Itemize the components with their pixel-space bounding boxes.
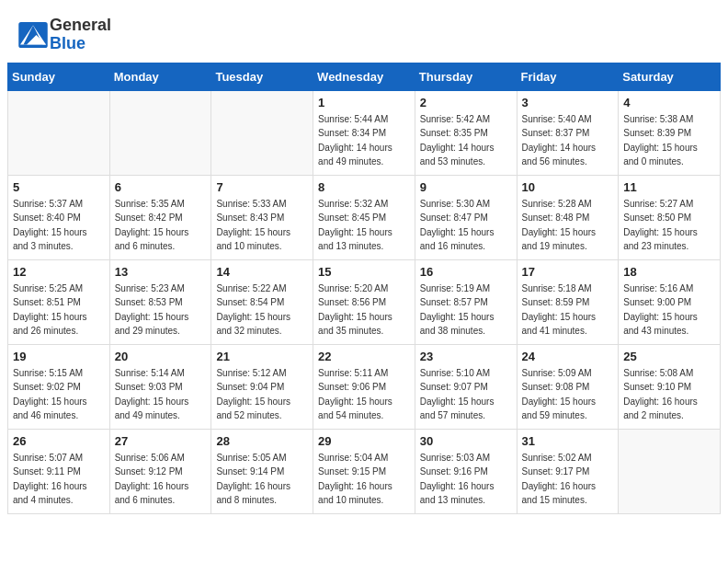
calendar-cell: 24Sunrise: 5:09 AM Sunset: 9:08 PM Dayli… xyxy=(517,344,619,429)
calendar-cell: 25Sunrise: 5:08 AM Sunset: 9:10 PM Dayli… xyxy=(619,344,721,429)
calendar-cell: 11Sunrise: 5:27 AM Sunset: 8:50 PM Dayli… xyxy=(619,175,721,259)
day-number: 31 xyxy=(522,434,614,448)
calendar-cell: 13Sunrise: 5:23 AM Sunset: 8:53 PM Dayli… xyxy=(109,259,211,344)
calendar-day-header: Monday xyxy=(109,63,211,90)
calendar-cell: 6Sunrise: 5:35 AM Sunset: 8:42 PM Daylig… xyxy=(109,175,211,259)
calendar-cell: 23Sunrise: 5:10 AM Sunset: 9:07 PM Dayli… xyxy=(415,344,517,429)
day-number: 22 xyxy=(318,350,410,363)
calendar-cell: 5Sunrise: 5:37 AM Sunset: 8:40 PM Daylig… xyxy=(8,175,110,259)
day-info: Sunrise: 5:10 AM Sunset: 9:07 PM Dayligh… xyxy=(420,366,512,423)
day-info: Sunrise: 5:40 AM Sunset: 8:37 PM Dayligh… xyxy=(522,112,614,169)
day-info: Sunrise: 5:30 AM Sunset: 8:47 PM Dayligh… xyxy=(420,197,512,254)
day-info: Sunrise: 5:37 AM Sunset: 8:40 PM Dayligh… xyxy=(13,197,105,254)
calendar-cell: 19Sunrise: 5:15 AM Sunset: 9:02 PM Dayli… xyxy=(8,344,110,429)
calendar-cell: 12Sunrise: 5:25 AM Sunset: 8:51 PM Dayli… xyxy=(8,259,110,344)
day-number: 23 xyxy=(420,350,512,363)
day-number: 2 xyxy=(420,96,512,109)
calendar-cell: 2Sunrise: 5:42 AM Sunset: 8:35 PM Daylig… xyxy=(415,90,517,175)
day-number: 1 xyxy=(318,96,410,109)
day-info: Sunrise: 5:27 AM Sunset: 8:50 PM Dayligh… xyxy=(623,197,715,254)
day-info: Sunrise: 5:08 AM Sunset: 9:10 PM Dayligh… xyxy=(623,366,715,423)
day-info: Sunrise: 5:18 AM Sunset: 8:59 PM Dayligh… xyxy=(522,282,614,339)
calendar-cell: 7Sunrise: 5:33 AM Sunset: 8:43 PM Daylig… xyxy=(211,175,313,259)
calendar-cell: 14Sunrise: 5:22 AM Sunset: 8:54 PM Dayli… xyxy=(211,259,313,344)
day-number: 19 xyxy=(13,350,105,363)
calendar-cell: 1Sunrise: 5:44 AM Sunset: 8:34 PM Daylig… xyxy=(313,90,415,175)
calendar-week-row: 19Sunrise: 5:15 AM Sunset: 9:02 PM Dayli… xyxy=(8,344,721,429)
day-number: 12 xyxy=(13,265,105,279)
calendar-header-row: SundayMondayTuesdayWednesdayThursdayFrid… xyxy=(8,63,721,90)
calendar-table: SundayMondayTuesdayWednesdayThursdayFrid… xyxy=(7,63,721,514)
calendar-cell: 3Sunrise: 5:40 AM Sunset: 8:37 PM Daylig… xyxy=(517,90,619,175)
day-number: 25 xyxy=(623,350,715,363)
day-info: Sunrise: 5:02 AM Sunset: 9:17 PM Dayligh… xyxy=(522,451,614,508)
day-info: Sunrise: 5:33 AM Sunset: 8:43 PM Dayligh… xyxy=(216,197,308,254)
calendar-cell: 17Sunrise: 5:18 AM Sunset: 8:59 PM Dayli… xyxy=(517,259,619,344)
day-number: 9 xyxy=(420,180,512,194)
calendar-cell: 29Sunrise: 5:04 AM Sunset: 9:15 PM Dayli… xyxy=(313,429,415,513)
calendar-day-header: Sunday xyxy=(8,63,110,90)
day-info: Sunrise: 5:07 AM Sunset: 9:11 PM Dayligh… xyxy=(13,451,105,508)
day-info: Sunrise: 5:06 AM Sunset: 9:12 PM Dayligh… xyxy=(115,451,207,508)
calendar-cell: 30Sunrise: 5:03 AM Sunset: 9:16 PM Dayli… xyxy=(415,429,517,513)
day-number: 20 xyxy=(115,350,207,363)
day-number: 13 xyxy=(115,265,207,279)
calendar-cell: 20Sunrise: 5:14 AM Sunset: 9:03 PM Dayli… xyxy=(109,344,211,429)
calendar-cell: 27Sunrise: 5:06 AM Sunset: 9:12 PM Dayli… xyxy=(109,429,211,513)
calendar-cell: 22Sunrise: 5:11 AM Sunset: 9:06 PM Dayli… xyxy=(313,344,415,429)
day-info: Sunrise: 5:14 AM Sunset: 9:03 PM Dayligh… xyxy=(115,366,207,423)
calendar-cell: 21Sunrise: 5:12 AM Sunset: 9:04 PM Dayli… xyxy=(211,344,313,429)
calendar-week-row: 12Sunrise: 5:25 AM Sunset: 8:51 PM Dayli… xyxy=(8,259,721,344)
day-number: 10 xyxy=(522,180,614,194)
calendar-day-header: Saturday xyxy=(619,63,721,90)
logo: General Blue xyxy=(18,17,111,53)
calendar-day-header: Tuesday xyxy=(211,63,313,90)
day-info: Sunrise: 5:42 AM Sunset: 8:35 PM Dayligh… xyxy=(420,112,512,169)
calendar-cell: 18Sunrise: 5:16 AM Sunset: 9:00 PM Dayli… xyxy=(619,259,721,344)
day-number: 28 xyxy=(216,434,308,448)
calendar-cell: 31Sunrise: 5:02 AM Sunset: 9:17 PM Dayli… xyxy=(517,429,619,513)
calendar-cell: 16Sunrise: 5:19 AM Sunset: 8:57 PM Dayli… xyxy=(415,259,517,344)
logo-general-text: General xyxy=(50,17,111,35)
day-info: Sunrise: 5:05 AM Sunset: 9:14 PM Dayligh… xyxy=(216,451,308,508)
day-number: 24 xyxy=(522,350,614,363)
day-number: 3 xyxy=(522,96,614,109)
calendar-cell xyxy=(619,429,721,513)
calendar-week-row: 1Sunrise: 5:44 AM Sunset: 8:34 PM Daylig… xyxy=(8,90,721,175)
calendar-cell: 9Sunrise: 5:30 AM Sunset: 8:47 PM Daylig… xyxy=(415,175,517,259)
day-number: 18 xyxy=(623,265,715,279)
day-number: 6 xyxy=(115,180,207,194)
day-info: Sunrise: 5:16 AM Sunset: 9:00 PM Dayligh… xyxy=(623,282,715,339)
calendar-cell: 10Sunrise: 5:28 AM Sunset: 8:48 PM Dayli… xyxy=(517,175,619,259)
day-number: 26 xyxy=(13,434,105,448)
day-info: Sunrise: 5:19 AM Sunset: 8:57 PM Dayligh… xyxy=(420,282,512,339)
day-info: Sunrise: 5:04 AM Sunset: 9:15 PM Dayligh… xyxy=(318,451,410,508)
day-number: 14 xyxy=(216,265,308,279)
day-number: 15 xyxy=(318,265,410,279)
day-number: 16 xyxy=(420,265,512,279)
day-number: 4 xyxy=(623,96,715,109)
day-info: Sunrise: 5:09 AM Sunset: 9:08 PM Dayligh… xyxy=(522,366,614,423)
calendar-cell: 8Sunrise: 5:32 AM Sunset: 8:45 PM Daylig… xyxy=(313,175,415,259)
day-info: Sunrise: 5:44 AM Sunset: 8:34 PM Dayligh… xyxy=(318,112,410,169)
calendar-cell: 26Sunrise: 5:07 AM Sunset: 9:11 PM Dayli… xyxy=(8,429,110,513)
day-number: 11 xyxy=(623,180,715,194)
day-number: 21 xyxy=(216,350,308,363)
day-number: 17 xyxy=(522,265,614,279)
calendar-wrapper: SundayMondayTuesdayWednesdayThursdayFrid… xyxy=(0,63,728,522)
day-info: Sunrise: 5:22 AM Sunset: 8:54 PM Dayligh… xyxy=(216,282,308,339)
day-number: 8 xyxy=(318,180,410,194)
logo-blue-text: Blue xyxy=(50,35,111,53)
calendar-cell xyxy=(211,90,313,175)
day-info: Sunrise: 5:25 AM Sunset: 8:51 PM Dayligh… xyxy=(13,282,105,339)
day-info: Sunrise: 5:11 AM Sunset: 9:06 PM Dayligh… xyxy=(318,366,410,423)
day-info: Sunrise: 5:12 AM Sunset: 9:04 PM Dayligh… xyxy=(216,366,308,423)
calendar-day-header: Thursday xyxy=(415,63,517,90)
day-number: 5 xyxy=(13,180,105,194)
calendar-cell: 28Sunrise: 5:05 AM Sunset: 9:14 PM Dayli… xyxy=(211,429,313,513)
calendar-cell: 15Sunrise: 5:20 AM Sunset: 8:56 PM Dayli… xyxy=(313,259,415,344)
calendar-week-row: 5Sunrise: 5:37 AM Sunset: 8:40 PM Daylig… xyxy=(8,175,721,259)
day-number: 30 xyxy=(420,434,512,448)
day-info: Sunrise: 5:35 AM Sunset: 8:42 PM Dayligh… xyxy=(115,197,207,254)
calendar-week-row: 26Sunrise: 5:07 AM Sunset: 9:11 PM Dayli… xyxy=(8,429,721,513)
